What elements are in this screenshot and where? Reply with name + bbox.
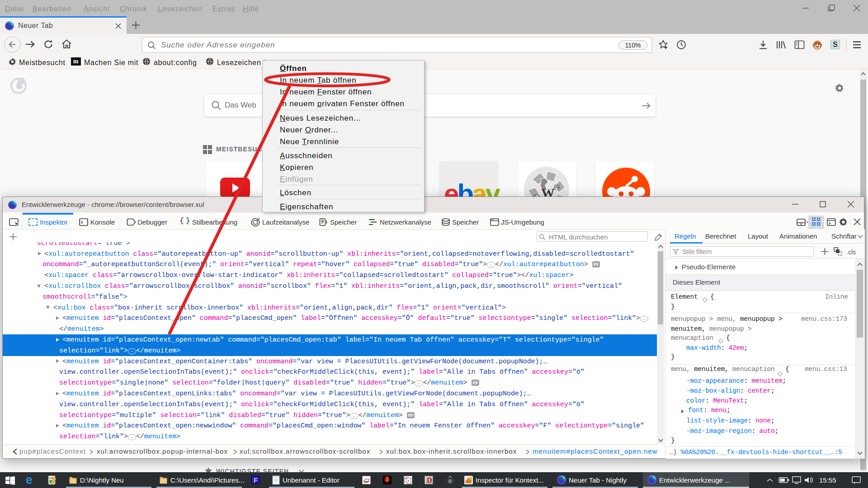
svg-text:Θ: Θ: [554, 183, 560, 192]
